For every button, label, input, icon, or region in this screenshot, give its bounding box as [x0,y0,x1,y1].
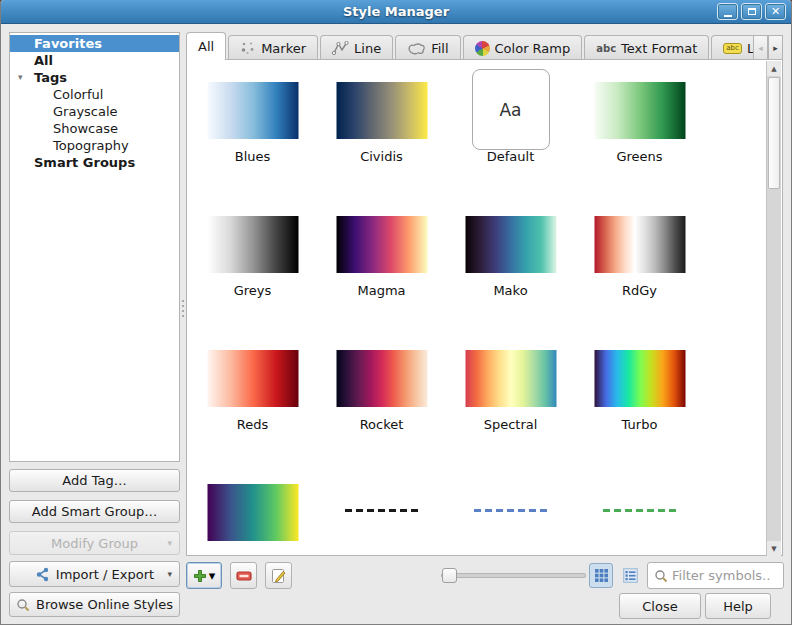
symbols-panel: BluesCividisAaDefaultGreensGreysMagmaMak… [186,59,783,556]
symbol-item-mako[interactable]: Mako [446,216,575,350]
edit-item-button[interactable] [265,562,292,589]
tree-item-favorites[interactable]: Favorites [10,35,179,52]
color-ramp-swatch [594,216,685,273]
tab-marker[interactable]: Marker [228,35,318,60]
filter-symbols-input[interactable] [672,568,772,583]
style-manager-dialog: Style Manager ✕ FavoritesAll▾TagsColorfu… [0,0,792,625]
icon-size-slider[interactable] [441,562,586,589]
text-format-sample: Aa [472,69,550,150]
tab-fill[interactable]: Fill [395,35,460,60]
browse-online-label: Browse Online Styles [36,597,173,612]
maximize-icon [748,8,756,15]
symbol-item[interactable] [317,484,446,554]
text-format-icon: abc [596,43,616,54]
close-button[interactable]: Close [619,593,701,619]
browse-online-button[interactable]: Browse Online Styles [9,592,180,617]
symbol-item-label: Rocket [317,417,446,432]
tab-scroll-right-icon[interactable]: ▸ [768,35,783,60]
color-ramp-swatch [207,350,298,407]
color-ramp-swatch [207,484,298,541]
plus-icon [193,569,207,583]
search-icon [16,598,30,612]
tab-bar: AllMarkerLineFillColor RampabcText Forma… [186,32,783,60]
tree-item-smart-groups[interactable]: Smart Groups [10,154,179,171]
tab-label: Text Format [621,41,697,56]
symbol-item-reds[interactable]: Reds [188,350,317,484]
add-tag-button[interactable]: Add Tag… [9,469,180,492]
add-smart-group-label: Add Smart Group… [32,504,157,519]
tree-item-showcase[interactable]: Showcase [10,120,179,137]
edit-icon [271,568,286,584]
symbol-item-spectral[interactable]: Spectral [446,350,575,484]
splitter-handle[interactable] [181,300,184,318]
color-ramp-swatch [594,350,685,407]
import-export-button[interactable]: Import / Export▾ [9,561,180,587]
tab-text-format[interactable]: abcText Format [584,35,709,60]
tree-item-label: Favorites [34,36,102,51]
scroll-up-icon[interactable]: ▲ [767,61,781,76]
symbol-item-label: Greens [575,149,704,164]
tab-line[interactable]: Line [320,35,393,60]
color-ramp-swatch [465,216,556,273]
symbol-item-rdgy[interactable]: RdGy [575,216,704,350]
symbol-item-label: Greys [188,283,317,298]
symbol-item-greens[interactable]: Greens [575,82,704,216]
minimize-icon [724,15,732,17]
tree-item-all[interactable]: All [10,52,179,69]
caret-down-icon: ▾ [167,569,172,579]
slider-track [441,573,586,578]
tab-scroll-left-icon[interactable]: ◂ [753,35,768,60]
symbol-item-magma[interactable]: Magma [317,216,446,350]
remove-item-button[interactable] [230,562,257,589]
symbol-item-default[interactable]: AaDefault [446,82,575,216]
color-ramp-swatch [336,82,427,139]
scrollbar-thumb[interactable] [768,77,780,189]
label-icon: abc [723,43,742,54]
tree-item-label: Showcase [53,121,118,136]
symbol-item-label: RdGy [575,283,704,298]
symbol-item-label: Cividis [317,149,446,164]
symbol-item-label: Turbo [575,417,704,432]
symbol-item-greys[interactable]: Greys [188,216,317,350]
color-ramp-swatch [336,350,427,407]
symbol-item-rocket[interactable]: Rocket [317,350,446,484]
dashed-line-swatch [474,509,548,512]
tag-tree-panel: FavoritesAll▾TagsColorfulGrayscaleShowca… [9,32,180,462]
help-button[interactable]: Help [705,593,771,619]
list-view-button[interactable] [618,563,642,588]
tab-all[interactable]: All [186,32,226,60]
tree-item-topography[interactable]: Topography [10,137,179,154]
symbol-item-cividis[interactable]: Cividis [317,82,446,216]
tree-item-label: Colorful [53,87,103,102]
color-ramp-swatch [465,350,556,407]
add-item-button[interactable]: ▾ [186,562,222,589]
grid-view-icon [594,568,609,583]
vertical-scrollbar[interactable]: ▲ ▼ [766,61,781,556]
window-title: Style Manager [343,4,449,19]
tree-item-colorful[interactable]: Colorful [10,86,179,103]
scroll-down-icon[interactable]: ▼ [767,541,781,556]
close-window-button[interactable]: ✕ [765,3,786,20]
grid-view-button[interactable] [589,563,613,588]
titlebar[interactable]: Style Manager ✕ [1,0,791,24]
tab-label: Fill [431,41,448,56]
symbol-item-blues[interactable]: Blues [188,82,317,216]
maximize-button[interactable] [741,3,762,20]
symbol-item-turbo[interactable]: Turbo [575,350,704,484]
tab-color-ramp[interactable]: Color Ramp [463,35,583,60]
caret-down-icon: ▾ [167,538,172,548]
slider-handle[interactable] [442,568,457,583]
fill-icon [407,42,426,55]
minimize-button[interactable] [717,3,738,20]
share-icon [35,567,50,582]
add-smart-group-button[interactable]: Add Smart Group… [9,500,180,523]
tab-label: Line [354,41,381,56]
tree-item-grayscale[interactable]: Grayscale [10,103,179,120]
expander-icon[interactable]: ▾ [18,69,23,86]
symbol-item[interactable] [446,484,575,554]
tree-item-tags[interactable]: ▾Tags [10,69,179,86]
symbol-item[interactable] [188,484,317,554]
close-icon: ✕ [771,6,780,17]
symbol-item[interactable] [575,484,704,554]
tree-item-label: Grayscale [53,104,118,119]
